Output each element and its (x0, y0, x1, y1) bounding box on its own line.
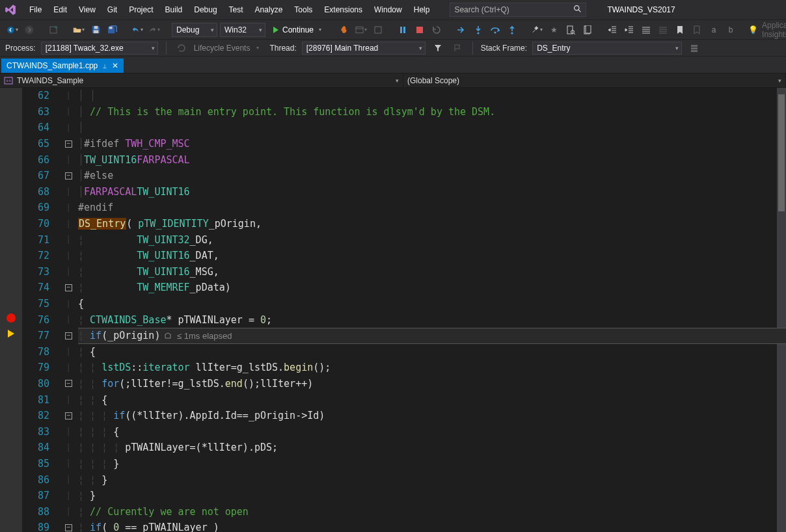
code-line[interactable]: ¦ { (78, 344, 786, 360)
glyph-row[interactable] (0, 389, 22, 405)
fold-collapse-icon[interactable]: − (65, 332, 72, 339)
glyph-row[interactable] (0, 453, 22, 468)
intellicode-button[interactable]: ★ (547, 23, 561, 37)
glyph-row[interactable] (0, 120, 22, 135)
nav-back-button[interactable]: ▾ (5, 23, 20, 37)
code-line[interactable]: │ │ (78, 88, 786, 104)
process-combo[interactable]: [21188] Twack_32.exe (41, 42, 158, 55)
step-over-button[interactable] (488, 23, 502, 37)
quick-search-input[interactable]: Search (Ctrl+Q) (450, 3, 586, 17)
config-combo[interactable]: Debug (172, 23, 217, 37)
browser-link-button[interactable]: ▾ (354, 23, 368, 37)
glyph-row[interactable] (0, 341, 22, 357)
code-line[interactable]: │#else (78, 168, 786, 184)
fold-cell[interactable]: │ (59, 296, 78, 312)
code-line[interactable]: ¦ ¦ } (78, 472, 786, 488)
redo-button[interactable]: ▾ (147, 23, 161, 37)
uncomment-button[interactable] (656, 23, 670, 37)
code-line[interactable]: ¦ ¦ ¦ { (78, 423, 786, 440)
indent-more-button[interactable] (622, 23, 636, 37)
continue-button[interactable]: Continue ▾ (268, 23, 327, 37)
fold-cell[interactable]: │ (59, 88, 78, 104)
menu-test[interactable]: Test (223, 1, 249, 18)
outlining-margin[interactable]: │││−│−││││││−││−││−│−││││││− (59, 88, 78, 532)
code-line[interactable]: ¦ ¦ for(;llIter!=g_lstDS.end();llIter++) (78, 376, 786, 392)
docs-button[interactable] (580, 23, 595, 37)
platform-combo[interactable]: Win32 (220, 23, 265, 37)
new-project-button[interactable] (47, 23, 61, 37)
fold-collapse-icon[interactable]: − (65, 140, 72, 148)
code-line[interactable]: ¦ } (78, 488, 786, 504)
code-line[interactable]: DS_Entry( pTW_IDENTITY _pOrigin, (78, 216, 786, 232)
thread-combo[interactable]: [28976] Main Thread (302, 42, 426, 55)
nav-project-combo[interactable]: ++ TWAINDS_Sample (0, 73, 403, 87)
show-next-statement-button[interactable] (454, 23, 468, 37)
glyph-row[interactable] (0, 500, 22, 516)
lifecycle-icon[interactable] (174, 41, 189, 55)
toggle-b-button[interactable]: b (724, 23, 738, 37)
fold-cell[interactable]: │ (59, 488, 78, 504)
menu-git[interactable]: Git (102, 1, 123, 18)
glyph-row[interactable] (0, 88, 22, 103)
fold-cell[interactable]: │ (59, 312, 78, 328)
fold-cell[interactable]: │ (59, 184, 78, 200)
fold-cell[interactable]: │ (59, 472, 78, 488)
open-file-button[interactable]: ▾ (72, 23, 86, 37)
code-line[interactable]: ¦ CTWAINDS_Base* pTWAINLayer = 0; (78, 312, 786, 328)
code-line[interactable]: │FAR PASCAL TW_UINT16 (78, 184, 786, 200)
fold-cell[interactable]: − (59, 328, 78, 344)
wand-button[interactable]: ▾ (530, 23, 544, 37)
fold-cell[interactable]: − (59, 408, 78, 424)
fold-cell[interactable]: − (59, 168, 78, 184)
glyph-row[interactable] (0, 516, 22, 532)
find-in-files-button[interactable] (563, 23, 578, 37)
fold-cell[interactable]: │ (59, 248, 78, 264)
code-line[interactable]: ¦ TW_MEMREF _pData) (78, 280, 786, 296)
glyph-row[interactable] (0, 215, 22, 230)
menu-extensions[interactable]: Extensions (318, 1, 368, 18)
code-line[interactable]: ¦ ¦ lstDS::iterator llIter=g_lstDS.begin… (78, 360, 786, 376)
fold-cell[interactable]: │ (59, 120, 78, 136)
fold-collapse-icon[interactable]: − (65, 284, 72, 291)
nav-scope-combo[interactable]: (Global Scope) (403, 73, 786, 87)
glyph-row[interactable] (0, 103, 22, 119)
menu-view[interactable]: View (73, 1, 102, 18)
menu-tools[interactable]: Tools (288, 1, 318, 18)
fold-collapse-icon[interactable]: − (65, 524, 72, 531)
fold-collapse-icon[interactable]: − (65, 380, 72, 387)
glyph-row[interactable] (0, 326, 22, 341)
code-line[interactable]: │TW_UINT16 FAR PASCAL (78, 152, 786, 168)
code-line[interactable]: ¦ ¦ ¦ ¦ pTWAINLayer=(*llIter).pDS; (78, 440, 786, 456)
fold-collapse-icon[interactable]: − (65, 412, 72, 419)
menu-edit[interactable]: Edit (47, 1, 73, 18)
glyph-row[interactable] (0, 373, 22, 389)
glyph-row[interactable] (0, 183, 22, 198)
comment-button[interactable] (639, 23, 653, 37)
code-line[interactable]: ¦ // Curently we are not open (78, 503, 786, 520)
glyph-row[interactable] (0, 231, 22, 246)
fold-cell[interactable]: │ (59, 423, 78, 440)
pause-button[interactable] (396, 23, 410, 37)
code-line[interactable]: ¦ ¦ { (78, 392, 786, 408)
code-line[interactable]: │ (78, 120, 786, 136)
fold-cell[interactable]: │ (59, 392, 78, 408)
code-line[interactable]: ¦ TW_UINT32 _DG, (78, 232, 786, 248)
code-line[interactable]: ¦ ¦ ¦ if((*llIter).AppId.Id==_pOrigin->I… (78, 408, 786, 424)
stackframe-icon[interactable] (687, 41, 701, 55)
glyph-row[interactable] (0, 167, 22, 183)
stop-button[interactable] (413, 23, 427, 37)
code-area[interactable]: │ ││ // This is the main entry point. Th… (78, 88, 786, 532)
bookmark-button[interactable] (673, 23, 687, 37)
nav-fwd-button[interactable] (22, 23, 36, 37)
menu-help[interactable]: Help (408, 1, 436, 18)
app-insights-button[interactable]: 💡 Application Insights (748, 21, 786, 39)
bookmark-clear-button[interactable] (690, 23, 704, 37)
fold-cell[interactable]: − (59, 280, 78, 296)
menu-window[interactable]: Window (368, 1, 408, 18)
glyph-row[interactable] (0, 199, 22, 215)
menu-build[interactable]: Build (159, 1, 189, 18)
glyph-row[interactable] (0, 152, 22, 167)
fold-cell[interactable]: − (59, 376, 78, 392)
stackframe-combo[interactable]: DS_Entry (532, 42, 682, 55)
glyph-row[interactable] (0, 278, 22, 294)
